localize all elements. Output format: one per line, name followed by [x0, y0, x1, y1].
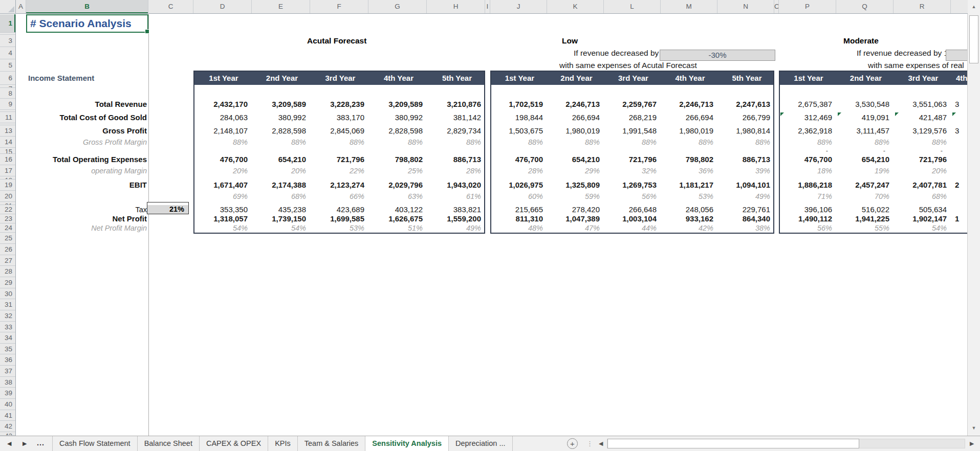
- cell-actual-gross_margin-3[interactable]: 88%: [311, 137, 369, 148]
- cell-actual-tax-4[interactable]: 403,122: [369, 205, 428, 214]
- year-header-moderate-2[interactable]: 2nd Year: [837, 72, 895, 85]
- cell-actual-opex-5[interactable]: 886,713: [428, 154, 484, 165]
- cell-moderate-dash-1[interactable]: -: [780, 148, 837, 154]
- cell-low-opex-3[interactable]: 721,796: [605, 154, 662, 165]
- cell-actual-ebit_margin-4[interactable]: 63%: [369, 191, 428, 202]
- row-header-20[interactable]: 20: [0, 191, 15, 202]
- cell-moderate-revenue-1[interactable]: 2,675,387: [780, 99, 837, 110]
- cell-actual-tax-2[interactable]: 435,238: [253, 205, 311, 214]
- cell-low-revenue-1[interactable]: 1,702,519: [491, 99, 548, 110]
- cell-actual-opex-1[interactable]: 476,700: [194, 154, 253, 165]
- cell-actual-gross_profit-1[interactable]: 2,148,107: [194, 125, 253, 137]
- row-header-42[interactable]: 42: [0, 421, 15, 432]
- cell-actual-tax-5[interactable]: 383,821: [428, 205, 484, 214]
- year-header-moderate-4[interactable]: 4th Year: [952, 72, 967, 85]
- row-header-43[interactable]: 43: [0, 432, 15, 436]
- cell-low-net_margin-1[interactable]: 48%: [491, 223, 548, 233]
- cell-moderate-ebit_margin-1[interactable]: 71%: [780, 191, 837, 202]
- hidden-sheets-ellipsis[interactable]: ...: [37, 436, 45, 451]
- scroll-down-icon[interactable]: ▼: [969, 423, 978, 433]
- cell-moderate-opex-2[interactable]: 654,210: [837, 154, 895, 165]
- cell-low-tax-1[interactable]: 215,665: [491, 205, 548, 214]
- cell-low-gross_margin-1[interactable]: 88%: [491, 137, 548, 148]
- row-header-5[interactable]: 5: [0, 59, 15, 72]
- tax-rate-input[interactable]: 21%: [147, 202, 189, 214]
- scenario-title-moderate[interactable]: Moderate: [843, 35, 879, 47]
- cell-actual-gross_profit-3[interactable]: 2,845,069: [311, 125, 369, 137]
- prev-sheet-icon[interactable]: ◀: [7, 436, 11, 451]
- cell-low-ebit-5[interactable]: 1,094,101: [718, 179, 773, 191]
- cell-actual-net_profit-3[interactable]: 1,699,585: [311, 214, 369, 223]
- cell-low-net_profit-3[interactable]: 1,003,104: [605, 214, 662, 223]
- cell-moderate-opex-3[interactable]: 721,796: [895, 154, 952, 165]
- cell-moderate-gross_margin-3[interactable]: 88%: [895, 137, 952, 148]
- row-header-28[interactable]: 28: [0, 266, 15, 277]
- cell-actual-net_profit-2[interactable]: 1,739,150: [253, 214, 311, 223]
- cell-actual-net_profit-1[interactable]: 1,318,057: [194, 214, 253, 223]
- cell-low-ebit_margin-3[interactable]: 56%: [605, 191, 662, 202]
- cell-actual-cogs-5[interactable]: 381,142: [428, 112, 484, 123]
- cell-actual-opex-2[interactable]: 654,210: [253, 154, 311, 165]
- cell-low-ebit_margin-5[interactable]: 49%: [718, 191, 773, 202]
- scenario-note-low-2[interactable]: with same expenses of Acutal Forecast: [559, 59, 697, 72]
- cell-moderate-net_margin-4[interactable]: [952, 223, 967, 233]
- cell-moderate-op_margin-4[interactable]: [952, 165, 967, 176]
- cell-moderate-net_profit-2[interactable]: 1,941,225: [837, 214, 895, 223]
- cell-moderate-opex-1[interactable]: 476,700: [780, 154, 837, 165]
- row-header-26[interactable]: 26: [0, 244, 15, 255]
- column-header-C[interactable]: C: [148, 0, 193, 13]
- year-header-low-3[interactable]: 3rd Year: [605, 72, 662, 85]
- column-header-A[interactable]: A: [16, 0, 26, 13]
- cell-low-ebit-3[interactable]: 1,269,753: [605, 179, 662, 191]
- year-header-low-2[interactable]: 2nd Year: [548, 72, 605, 85]
- tab-sensitivity-analysis[interactable]: Sensitivity Analysis: [365, 436, 449, 451]
- cell-actual-ebit_margin-5[interactable]: 61%: [428, 191, 484, 202]
- cell-low-op_margin-1[interactable]: 28%: [491, 165, 548, 176]
- scenario-title-actual[interactable]: Acutal Forecast: [307, 35, 366, 47]
- cell-actual-ebit-5[interactable]: 1,943,020: [428, 179, 484, 191]
- tab-cash-flow-statement[interactable]: Cash Flow Statement: [52, 436, 138, 451]
- cell-actual-ebit_margin-1[interactable]: 69%: [194, 191, 253, 202]
- scenario-note-moderate-1[interactable]: If revenue decreased by 10: [857, 47, 953, 59]
- vertical-scroll-thumb[interactable]: [969, 15, 978, 63]
- cell-moderate-opex-4[interactable]: [952, 154, 967, 165]
- cell-actual-net_margin-5[interactable]: 49%: [428, 223, 484, 233]
- cell-low-net_profit-1[interactable]: 811,310: [491, 214, 548, 223]
- tab-kpis[interactable]: KPIs: [268, 436, 298, 451]
- row-label-revenue[interactable]: Total Revenue: [26, 99, 147, 110]
- row-header-32[interactable]: 32: [0, 310, 15, 322]
- column-header-D[interactable]: D: [193, 0, 252, 13]
- cell-low-cogs-4[interactable]: 266,694: [662, 112, 718, 123]
- row-header-13[interactable]: 13: [0, 125, 15, 137]
- cell-moderate-op_margin-3[interactable]: 20%: [895, 165, 952, 176]
- cell-low-tax-2[interactable]: 278,420: [548, 205, 605, 214]
- tab-depreciation[interactable]: Depreciation ...: [449, 436, 513, 451]
- select-all-corner[interactable]: [0, 0, 16, 14]
- cell-moderate-cogs-2[interactable]: 419,091: [837, 112, 895, 123]
- scenario-input-low[interactable]: -30%: [660, 50, 775, 61]
- cell-low-cogs-5[interactable]: 266,799: [718, 112, 773, 123]
- row-header-14[interactable]: 14: [0, 137, 15, 148]
- cell-moderate-gross_profit-3[interactable]: 3,129,576: [895, 125, 952, 137]
- row-header-40[interactable]: 40: [0, 399, 15, 410]
- column-header-F[interactable]: F: [310, 0, 368, 13]
- cell-low-ebit-2[interactable]: 1,325,809: [548, 179, 605, 191]
- cell-actual-net_profit-4[interactable]: 1,626,675: [369, 214, 428, 223]
- row-header-27[interactable]: 27: [0, 255, 15, 266]
- cell-moderate-ebit-1[interactable]: 1,886,218: [780, 179, 837, 191]
- cell-low-tax-5[interactable]: 229,761: [718, 205, 773, 214]
- row-header-31[interactable]: 31: [0, 299, 15, 310]
- row-header-8[interactable]: 8: [0, 88, 15, 99]
- cell-moderate-net_margin-1[interactable]: 56%: [780, 223, 837, 233]
- add-sheet-icon[interactable]: +: [567, 438, 578, 449]
- cell-moderate-tax-4[interactable]: [952, 205, 967, 214]
- cell-low-gross_margin-5[interactable]: 88%: [718, 137, 773, 148]
- cell-actual-op_margin-5[interactable]: 28%: [428, 165, 484, 176]
- column-header-K[interactable]: K: [547, 0, 604, 13]
- cell-low-tax-4[interactable]: 248,056: [662, 205, 718, 214]
- cell-low-op_margin-5[interactable]: 39%: [718, 165, 773, 176]
- row-label-net_profit[interactable]: Net Profit: [26, 214, 147, 223]
- row-label-ebit[interactable]: EBIT: [26, 179, 147, 191]
- cell-moderate-tax-2[interactable]: 516,022: [837, 205, 895, 214]
- cell-actual-ebit-2[interactable]: 2,174,388: [253, 179, 311, 191]
